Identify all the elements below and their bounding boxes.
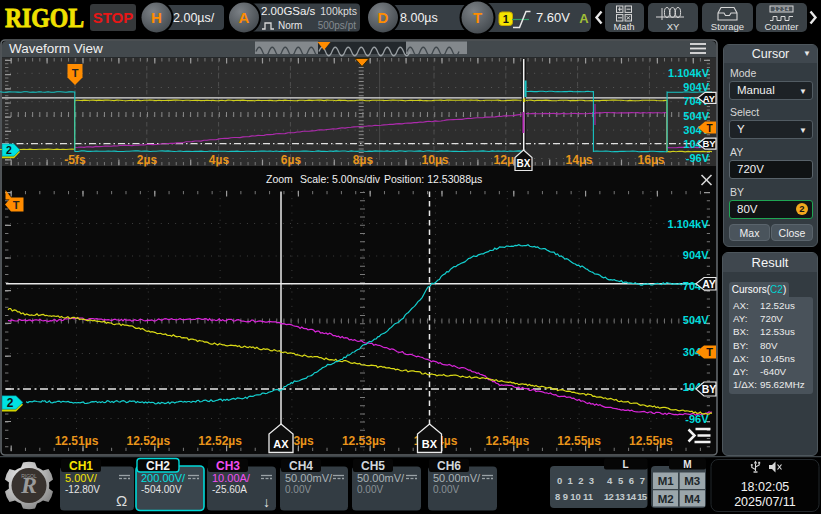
svg-text:50.00mV/: 50.00mV/ (357, 472, 405, 484)
svg-text:18:02:05: 18:02:05 (741, 480, 790, 494)
svg-text:AY: AY (702, 278, 716, 290)
svg-text:-96V: -96V (686, 152, 710, 164)
svg-text:Zoom: Zoom (266, 173, 293, 185)
svg-text:BX: BX (422, 438, 438, 450)
svg-text:RIGOL: RIGOL (21, 473, 37, 479)
svg-text:904V: 904V (683, 81, 709, 93)
svg-text:14µs: 14µs (566, 153, 593, 167)
svg-text:-25.60A: -25.60A (212, 484, 247, 495)
svg-text:Norm: Norm (278, 20, 302, 31)
svg-text:6µs: 6µs (281, 153, 302, 167)
svg-text:1.104kV: 1.104kV (668, 67, 710, 79)
svg-text:XY: XY (667, 21, 680, 32)
svg-text:0.00V: 0.00V (357, 484, 383, 495)
svg-text:12 13 14 15: 12 13 14 15 (604, 491, 648, 502)
svg-text:100kpts: 100kpts (320, 5, 357, 17)
svg-text:504V: 504V (683, 314, 709, 326)
svg-text:5.00V/: 5.00V/ (65, 472, 98, 484)
svg-text:1 2 3 4: 1 2 3 4 (774, 6, 790, 12)
svg-text:12.54µs: 12.54µs (485, 434, 529, 448)
svg-text:7.60V: 7.60V (536, 10, 570, 25)
svg-text:T: T (72, 67, 79, 79)
svg-text:10µs: 10µs (422, 153, 449, 167)
svg-text:T: T (706, 123, 712, 134)
svg-text:AY: AY (703, 93, 716, 104)
svg-text:8.00µs: 8.00µs (400, 11, 438, 25)
svg-text:Counter: Counter (765, 21, 799, 32)
svg-text:12.53µs: 12.53µs (342, 434, 386, 448)
svg-text:A: A (239, 9, 250, 26)
svg-text:-96V: -96V (685, 413, 709, 425)
svg-text:2: 2 (6, 144, 12, 156)
svg-text:H: H (151, 9, 162, 26)
svg-text:T: T (13, 199, 20, 211)
svg-text:Waveform View: Waveform View (9, 41, 103, 56)
svg-text:2.00µs/: 2.00µs/ (173, 11, 215, 25)
svg-text:↓: ↓ (263, 494, 270, 510)
svg-text:2µs: 2µs (137, 153, 158, 167)
svg-text:T: T (473, 9, 482, 26)
svg-text:50.00mV/: 50.00mV/ (433, 472, 481, 484)
svg-text:M2: M2 (658, 493, 674, 505)
svg-text:D: D (378, 9, 389, 26)
svg-text:12.55µs: 12.55µs (629, 434, 673, 448)
svg-text:Ω: Ω (116, 492, 127, 509)
svg-text:1: 1 (503, 13, 509, 25)
svg-text:12.52µs: 12.52µs (126, 434, 170, 448)
svg-text:BY: BY (702, 138, 716, 149)
svg-text:2: 2 (7, 396, 14, 410)
svg-text:Position: 12.53088µs: Position: 12.53088µs (384, 173, 482, 185)
svg-text:BY: BY (702, 383, 717, 395)
svg-text:50.00mV/: 50.00mV/ (285, 472, 333, 484)
svg-text:M4: M4 (684, 493, 701, 505)
svg-text:M3: M3 (684, 475, 700, 487)
svg-text:904V: 904V (683, 249, 709, 261)
svg-text:CH2: CH2 (146, 459, 170, 473)
svg-text:12.52µs: 12.52µs (198, 434, 242, 448)
svg-text:-5fs: -5fs (64, 153, 86, 167)
svg-text:L: L (622, 459, 628, 470)
svg-text:12.55µs: 12.55µs (557, 434, 601, 448)
svg-text:-504.00V: -504.00V (141, 484, 182, 495)
svg-text:12.51µs: 12.51µs (55, 434, 99, 448)
svg-text:8 9 10 11: 8 9 10 11 (555, 491, 594, 502)
svg-text:10.00A/: 10.00A/ (212, 472, 251, 484)
svg-text:0.00V: 0.00V (285, 484, 311, 495)
svg-text:8µs: 8µs (353, 153, 374, 167)
svg-text:2025/07/11: 2025/07/11 (734, 495, 796, 509)
svg-text:A: A (579, 11, 589, 26)
svg-text:M: M (683, 459, 691, 470)
svg-text:Math: Math (613, 21, 634, 32)
svg-text:0.00V: 0.00V (433, 484, 459, 495)
svg-text:RIGOL: RIGOL (5, 2, 84, 33)
svg-text:STOP: STOP (93, 9, 134, 26)
svg-text:-12.80V: -12.80V (65, 484, 100, 495)
svg-text:16µs: 16µs (638, 153, 665, 167)
svg-text:M1: M1 (658, 475, 675, 487)
svg-text:504V: 504V (683, 110, 709, 122)
svg-text:2.00GSa/s: 2.00GSa/s (261, 5, 316, 17)
svg-text:BX: BX (517, 158, 531, 169)
svg-text:500ps/pt: 500ps/pt (318, 20, 357, 31)
svg-text:200.00V/: 200.00V/ (141, 472, 186, 484)
svg-text:Storage: Storage (711, 21, 744, 32)
svg-text:4µs: 4µs (209, 153, 230, 167)
svg-text:AX: AX (273, 438, 289, 450)
svg-text:Scale: 5.00ns/div: Scale: 5.00ns/div (300, 173, 381, 185)
svg-text:1.104kV: 1.104kV (668, 218, 710, 230)
svg-text:T: T (706, 346, 713, 358)
